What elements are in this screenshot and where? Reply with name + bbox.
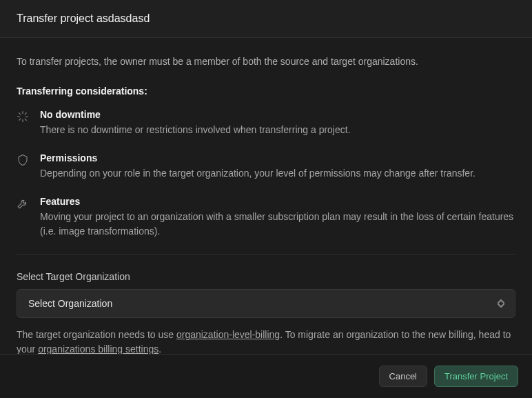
consideration-desc: There is no downtime or restrictions inv… bbox=[40, 123, 351, 137]
consideration-body: No downtime There is no downtime or rest… bbox=[40, 109, 351, 137]
consideration-title: No downtime bbox=[40, 109, 351, 120]
consideration-title: Features bbox=[40, 196, 515, 207]
org-level-billing-link[interactable]: organization-level-billing bbox=[176, 329, 280, 340]
divider bbox=[17, 254, 515, 255]
spinner-icon bbox=[17, 110, 29, 123]
note-prefix: The target organization needs to use bbox=[17, 329, 176, 340]
considerations-heading: Transferring considerations: bbox=[17, 86, 515, 97]
target-org-select[interactable]: Select Organization bbox=[17, 289, 515, 318]
consideration-body: Features Moving your project to an organ… bbox=[40, 196, 515, 239]
consideration-features: Features Moving your project to an organ… bbox=[17, 196, 515, 239]
consideration-body: Permissions Depending on your role in th… bbox=[40, 152, 475, 181]
consideration-desc: Depending on your role in the target org… bbox=[40, 166, 475, 181]
modal-title: Transfer project asdasdasd bbox=[17, 12, 515, 25]
target-org-select-wrap: Select Organization bbox=[17, 289, 515, 318]
wrench-icon bbox=[17, 197, 29, 210]
target-org-section: Select Target Organization Select Organi… bbox=[17, 271, 515, 318]
target-org-label: Select Target Organization bbox=[17, 271, 515, 282]
modal-content: To transfer projects, the owner must be … bbox=[0, 38, 532, 354]
consideration-permissions: Permissions Depending on your role in th… bbox=[17, 152, 515, 181]
cancel-button[interactable]: Cancel bbox=[379, 366, 427, 387]
shield-icon bbox=[17, 154, 29, 166]
consideration-title: Permissions bbox=[40, 152, 475, 163]
transfer-project-modal: Transfer project asdasdasd To transfer p… bbox=[0, 0, 532, 398]
modal-header: Transfer project asdasdasd bbox=[0, 0, 532, 38]
transfer-project-button[interactable]: Transfer Project bbox=[434, 366, 518, 387]
note-suffix: . bbox=[158, 344, 161, 354]
modal-footer: Cancel Transfer Project bbox=[0, 354, 532, 398]
consideration-desc: Moving your project to an organization w… bbox=[40, 210, 515, 239]
intro-text: To transfer projects, the owner must be … bbox=[17, 54, 515, 69]
select-caret-icon bbox=[496, 299, 506, 308]
org-billing-settings-link[interactable]: organizations billing settings bbox=[38, 344, 158, 354]
consideration-no-downtime: No downtime There is no downtime or rest… bbox=[17, 109, 515, 137]
billing-note: The target organization needs to use org… bbox=[17, 328, 515, 354]
